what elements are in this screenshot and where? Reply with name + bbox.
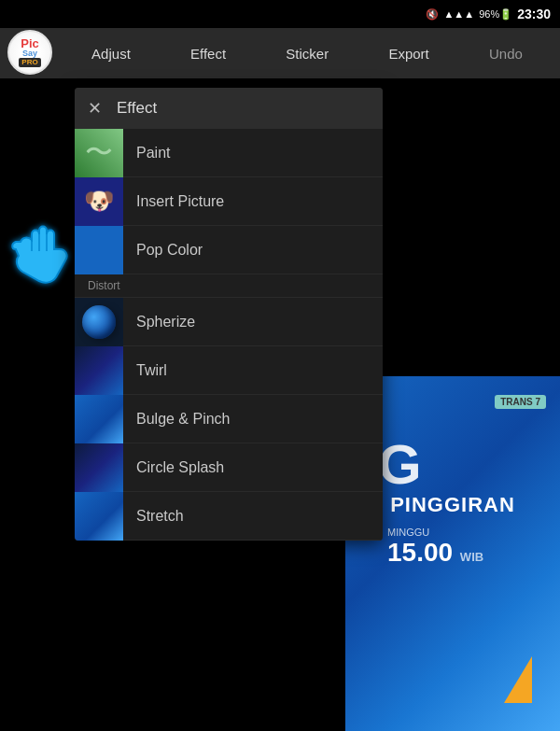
tv-minggu-label: MINGGU [387, 527, 483, 538]
circle-splash-label: Circle Splash [136, 459, 224, 476]
tv-schedule: MINGGU 15.00 WIB [387, 527, 483, 568]
status-time: 23:30 [517, 7, 551, 21]
tv-pinggiran-text: PINGGIRAN [390, 493, 515, 517]
insert-picture-label: Insert Picture [136, 193, 224, 210]
mute-icon: 🔇 [426, 8, 439, 21]
effect-item-twirl[interactable]: Twirl [75, 346, 383, 395]
pointer-hand-icon [11, 223, 81, 296]
main-area: TRANS 7 G PINGGIRAN MINGGU 15.00 WIB [0, 78, 560, 731]
effect-item-stretch[interactable]: Stretch [75, 492, 383, 541]
effect-item-circle-splash[interactable]: Circle Splash [75, 443, 383, 492]
tv-badge: TRANS 7 [495, 395, 546, 409]
effect-item-spherize[interactable]: Spherize [75, 298, 383, 346]
paint-thumb: 〜 [75, 129, 123, 177]
section-distort: Distort [75, 274, 383, 298]
effect-panel-header: ✕ Effect [75, 88, 383, 129]
insert-picture-thumb: 🐶 [75, 177, 123, 226]
effect-item-insert-picture[interactable]: 🐶 Insert Picture [75, 177, 383, 226]
tab-undo[interactable]: Undo [480, 40, 532, 67]
tab-adjust[interactable]: Adjust [82, 40, 140, 67]
pop-color-thumb [75, 226, 123, 274]
stretch-thumb [75, 492, 123, 541]
effect-list: 〜 Paint 🐶 Insert Picture Pop C [75, 129, 383, 541]
effect-panel-title: Effect [117, 99, 157, 118]
bulge-pinch-thumb [75, 395, 123, 443]
app-logo: Pic Say PRO [7, 30, 54, 77]
twirl-label: Twirl [136, 362, 167, 379]
bulge-pinch-label: Bulge & Pinch [136, 411, 231, 428]
signal-icon: ▲▲▲ [443, 8, 474, 20]
nav-tabs: Adjust Effect Sticker Export Undo [62, 40, 553, 67]
effect-panel: ✕ Effect 〜 Paint 🐶 I [75, 88, 383, 541]
tv-time: 15.00 WIB [387, 538, 483, 568]
effect-item-pop-color[interactable]: Pop Color [75, 226, 383, 274]
battery-icon: 96%🔋 [479, 8, 512, 21]
paint-label: Paint [136, 145, 170, 162]
tv-letter: G [378, 437, 422, 493]
status-bar: 🔇 ▲▲▲ 96%🔋 23:30 [0, 0, 560, 28]
top-nav: Pic Say PRO Adjust Effect Sticker Export… [0, 28, 560, 78]
tab-export[interactable]: Export [379, 40, 438, 67]
effect-item-bulge-pinch[interactable]: Bulge & Pinch [75, 395, 383, 443]
tab-effect[interactable]: Effect [181, 40, 235, 67]
effect-close-button[interactable]: ✕ [88, 98, 102, 119]
spherize-label: Spherize [136, 314, 195, 330]
effect-item-paint[interactable]: 〜 Paint [75, 129, 383, 177]
stretch-label: Stretch [136, 508, 184, 525]
tv-triangle-decoration [504, 656, 532, 703]
status-icons: 🔇 ▲▲▲ 96%🔋 23:30 [426, 7, 551, 21]
circle-splash-thumb [75, 443, 123, 492]
pop-color-label: Pop Color [136, 242, 203, 259]
twirl-thumb [75, 346, 123, 395]
spherize-thumb [75, 298, 123, 346]
tab-sticker[interactable]: Sticker [276, 40, 338, 67]
